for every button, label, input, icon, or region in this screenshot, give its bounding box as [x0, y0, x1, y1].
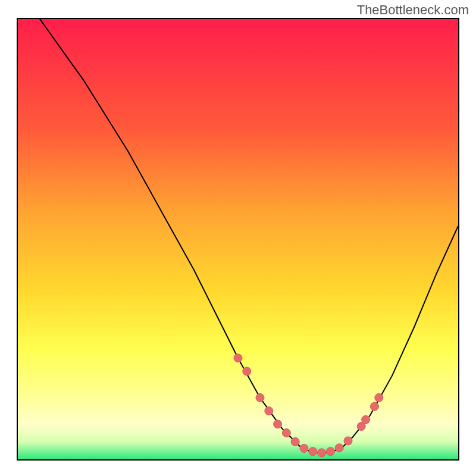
marker-point: [326, 447, 334, 456]
marker-point: [234, 354, 242, 362]
marker-point: [282, 429, 290, 437]
marker-point: [375, 393, 383, 402]
marker-point: [362, 415, 370, 424]
marker-point: [335, 444, 343, 452]
plot-area: [17, 18, 459, 461]
marker-point: [309, 447, 317, 456]
marker-point: [318, 449, 326, 457]
marker-point: [291, 437, 299, 446]
chart-svg: [18, 19, 458, 459]
marker-point: [243, 367, 251, 375]
marker-point: [344, 437, 352, 445]
watermark-text: TheBottleneck.com: [357, 2, 469, 18]
marker-point: [265, 407, 273, 415]
marker-point: [300, 444, 308, 453]
marker-point: [370, 402, 378, 411]
marker-point: [274, 420, 282, 428]
marker-point: [256, 393, 264, 402]
gradient-background: [18, 19, 458, 459]
chart-container: TheBottleneck.com: [0, 0, 476, 476]
